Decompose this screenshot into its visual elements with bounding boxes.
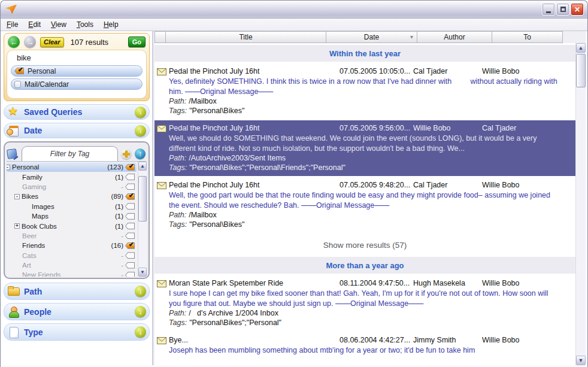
show-more-results[interactable]: Show more results (57) [154,235,575,254]
scroll-up-icon[interactable]: ▲ [576,43,586,53]
tag-tree-item[interactable]: Art - ✔ [7,260,137,270]
filter-by-tag-tab[interactable]: Filter by Tag [22,146,118,161]
list-scrollbar[interactable]: ▲ ▼ [575,43,586,365]
expand-down-icon[interactable]: ↓ [135,326,146,338]
collapse-up-button[interactable]: ↑ [135,148,146,159]
go-button[interactable]: Go [128,37,146,47]
tag-icon[interactable]: ✔ [125,272,135,277]
tag-icon[interactable]: ✔ [125,232,135,239]
tag-label[interactable]: New Friends [22,271,61,277]
section-label: Path [24,287,42,296]
tag-tree-item[interactable]: + Book Clubs (1) ✔ [7,221,137,230]
tag-icon[interactable]: ✔ [125,183,135,190]
tag-tree-item[interactable]: - Bikes (89) ✔ [7,192,137,201]
title-bar[interactable]: ✕ [1,1,587,19]
tag-label[interactable]: Friends [22,242,45,249]
scroll-down-icon[interactable]: ▼ [138,268,147,277]
tag-icon[interactable]: ✔ [125,242,135,249]
section-label: Type [24,327,43,337]
close-button[interactable]: ✕ [571,3,584,16]
tag-count: - [121,271,123,277]
sidebar-section[interactable]: Path ↓ [4,283,150,300]
to-column-header[interactable]: To [492,31,563,43]
tag-icon[interactable]: ✔ [125,164,135,171]
expand-down-icon[interactable]: ↓ [135,125,146,137]
tag-label[interactable]: Book Clubs [22,223,57,230]
tag-tree-item[interactable]: New Friends - ✔ [7,270,137,277]
email-date: 07.05.2005 9:56:00... [340,123,413,134]
scrollbar-thumb[interactable] [576,54,586,87]
tag-tree-item[interactable]: Beer - ✔ [7,231,137,241]
sidebar-section[interactable]: People ↓ [4,303,150,320]
sidebar-section[interactable]: Saved Queries ↓ [4,104,150,120]
forward-button[interactable]: → [24,36,36,48]
email-to: Willie Bobo [482,278,571,289]
minimize-button[interactable] [542,3,555,16]
tree-scrollbar[interactable]: ▲ ▼ [138,162,147,277]
tree-expander-icon[interactable]: - [14,194,20,199]
email-item[interactable]: Bye... 08.06.2004 4:42:27... Jimmy Smith… [154,332,575,359]
add-tag-button[interactable]: ✚ [121,148,132,159]
menu-item[interactable]: Edit [28,20,41,29]
expand-down-icon[interactable]: ↓ [135,306,146,317]
scrollbar-thumb[interactable] [138,176,147,222]
maximize-button[interactable] [556,3,569,16]
tag-icon[interactable]: ✔ [125,223,135,229]
tree-expander-icon[interactable]: + [14,223,20,229]
title-column-header[interactable]: Title [166,31,326,43]
tag-tree-item[interactable]: Gaming - ✔ [7,182,137,192]
tag-label[interactable]: Art [22,262,31,269]
tag-count: - [121,232,123,239]
section-label: Date [24,126,42,135]
menu-item[interactable]: File [7,20,18,29]
tag-icon[interactable]: ✔ [125,252,135,259]
email-item[interactable]: Pedal the Pinchot July 16ht 07.05.2005 9… [154,120,575,176]
tag-label[interactable]: Beer [22,232,37,239]
tag-label[interactable]: Cats [22,252,37,259]
sidebar-section[interactable]: Type ↓ [4,323,150,341]
tag-icon[interactable]: ✔ [125,193,135,200]
tag-label[interactable]: Gaming [22,183,46,190]
email-item[interactable]: Moran State Park Spetember Ride 08.11.20… [154,275,575,331]
expand-down-icon[interactable]: ↓ [135,107,146,118]
email-date: 08.11.2004 9:47:50... [340,278,413,289]
tag-tree-item[interactable]: Images (1) ✔ [7,202,137,211]
menu-item[interactable]: View [51,20,66,29]
scroll-up-icon[interactable]: ▲ [138,162,147,171]
back-button[interactable]: ← [8,36,20,48]
author-column-header[interactable]: Author [417,31,492,43]
sidebar-section[interactable]: Date ↓ [4,123,150,138]
section-icon [8,125,20,136]
clear-button[interactable]: Clear [40,37,64,47]
search-query[interactable]: bike [11,53,143,65]
tag-count: (1) [115,213,123,220]
tag-icon[interactable]: ✔ [125,203,135,210]
email-item[interactable]: Pedal the Pinchot July 16ht 07.05.2005 1… [154,63,575,119]
expand-down-icon[interactable]: ↓ [135,286,146,297]
tag-label[interactable]: Images [32,203,54,210]
tag-count: (1) [115,174,123,181]
tag-tree-item[interactable]: Cats - ✔ [7,251,137,260]
tag-label[interactable]: Bikes [22,193,38,200]
tag-tree-item[interactable]: - Personal (123) ✔ [7,162,137,172]
tag-label[interactable]: Family [22,174,43,181]
scroll-down-icon[interactable]: ▼ [576,356,586,365]
icon-column-header[interactable] [154,31,166,43]
tag-tree-item[interactable]: Maps (1) ✔ [7,211,137,221]
menu-item[interactable]: Help [104,20,119,29]
date-column-header[interactable]: Date▾ [326,31,417,43]
menu-item[interactable]: Tools [77,20,93,29]
tree-expander-icon[interactable]: - [7,165,10,170]
tag-tree-item[interactable]: Family (1) ✔ [7,172,137,181]
tag-icon[interactable]: ✔ [125,213,135,220]
query-filter-chip[interactable]: ✔ Personal [11,65,143,77]
tag-tree-item[interactable]: Friends (16) ✔ [7,241,137,250]
query-filter-chip[interactable]: Mail/Calendar [11,78,143,90]
tag-icon[interactable]: ✔ [125,174,135,180]
email-item[interactable]: Pedal the Pinchot July 16ht 07.05.2005 9… [154,177,575,233]
group-header: Within the last year [154,45,575,62]
tag-label[interactable]: Personal [12,163,39,171]
tag-label[interactable]: Maps [32,213,49,220]
query-box[interactable]: bike ✔ Personal Mail [7,50,147,99]
tag-icon[interactable]: ✔ [125,262,135,269]
